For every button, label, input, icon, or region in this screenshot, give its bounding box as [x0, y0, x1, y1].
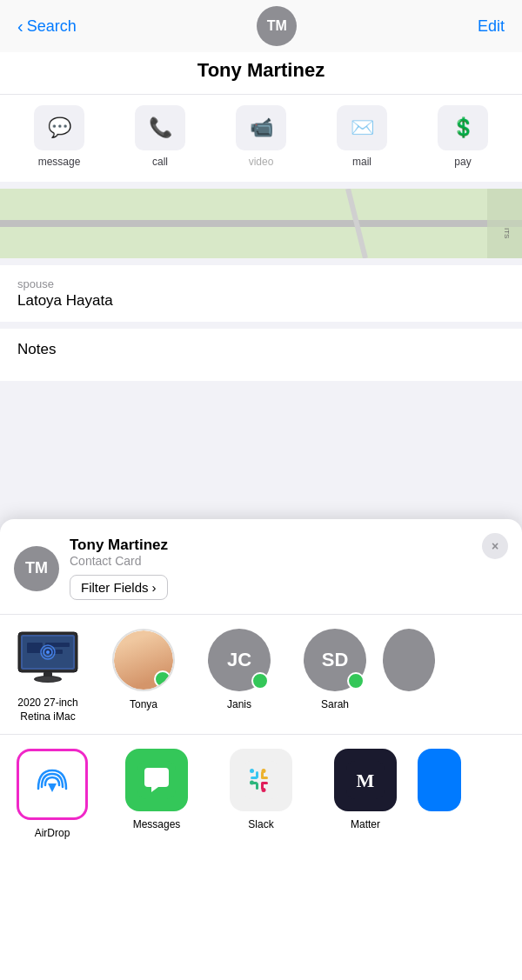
back-button[interactable]: ‹ Search	[17, 17, 77, 37]
close-button[interactable]: ×	[482, 533, 508, 559]
svg-point-33	[262, 769, 266, 773]
message-label: message	[38, 156, 81, 168]
mail-icon: ✉️	[337, 105, 387, 150]
airdrop-app-icon	[21, 753, 84, 816]
sarah-avatar: SD	[304, 629, 366, 691]
contact-name: Tony Martinez	[197, 59, 325, 81]
pay-button[interactable]: 💲 pay	[424, 105, 502, 168]
matter-app-label: Matter	[351, 818, 380, 830]
svg-point-18	[159, 676, 166, 683]
next-app-icon	[418, 749, 461, 811]
action-buttons-row: 💬 message 📞 call 📹 video ✉️ mail 💲 pay	[0, 94, 522, 182]
svg-rect-28	[261, 777, 268, 779]
message-icon: 💬	[34, 105, 84, 150]
tonya-online-badge	[154, 670, 171, 688]
share-contact-avatar: TM	[14, 546, 59, 591]
edit-button[interactable]: Edit	[478, 17, 505, 36]
share-matter-button[interactable]: M Matter	[313, 749, 418, 839]
spouse-section: spouse Latoya Hayata	[0, 265, 522, 322]
share-messages-button[interactable]: Messages	[104, 749, 209, 839]
app-share-row: AirDrop Messages	[0, 735, 522, 857]
contact-avatar-nav: TM	[257, 6, 297, 46]
svg-point-20	[352, 677, 359, 684]
filter-fields-chevron-icon: ›	[152, 580, 157, 595]
mail-button[interactable]: ✉️ mail	[323, 105, 401, 168]
call-label: call	[152, 156, 168, 168]
tonya-avatar	[112, 629, 175, 691]
janis-label: Janis	[227, 698, 251, 712]
contact-name-section: Tony Martinez	[0, 52, 522, 94]
back-chevron-icon: ‹	[17, 17, 23, 37]
svg-rect-30	[256, 783, 258, 790]
pay-icon: 💲	[438, 105, 488, 150]
share-contact-name: Tony Martinez	[70, 537, 508, 554]
svg-rect-26	[256, 771, 258, 778]
janis-avatar: JC	[208, 629, 271, 691]
call-icon: 📞	[135, 105, 185, 150]
notes-label: Notes	[17, 341, 505, 358]
tonya-label: Tonya	[130, 698, 157, 712]
airdrop-highlight-border	[17, 749, 88, 820]
airdrop-contacts-row: 2020 27-inchRetina iMac Tonya JC Janis	[0, 615, 522, 735]
message-button[interactable]: 💬 message	[20, 105, 98, 168]
svg-point-17	[36, 677, 60, 682]
slack-app-label: Slack	[248, 818, 273, 830]
svg-point-32	[250, 769, 254, 773]
sarah-online-badge	[347, 672, 365, 690]
spouse-value: Latoya Hayata	[17, 292, 505, 310]
spouse-label: spouse	[17, 277, 505, 290]
svg-text:ITS: ITS	[503, 228, 511, 238]
share-next-app-button[interactable]	[418, 749, 461, 839]
partial-avatar	[383, 629, 435, 691]
svg-point-19	[257, 677, 264, 684]
airdrop-device-imac[interactable]: 2020 27-inchRetina iMac	[0, 629, 96, 723]
share-contact-info: Tony Martinez Contact Card Filter Fields…	[70, 537, 508, 600]
svg-rect-23	[242, 761, 280, 799]
notes-section: Notes	[0, 329, 522, 381]
video-button[interactable]: 📹 video	[222, 105, 300, 168]
svg-rect-3	[487, 189, 522, 258]
svg-text:M: M	[357, 770, 375, 791]
video-label: video	[249, 156, 274, 168]
call-button[interactable]: 📞 call	[121, 105, 199, 168]
share-sheet: TM Tony Martinez Contact Card Filter Fie…	[0, 519, 522, 980]
messages-app-label: Messages	[133, 818, 181, 830]
video-icon: 📹	[236, 105, 286, 150]
svg-point-35	[262, 788, 266, 792]
imac-label: 2020 27-inchRetina iMac	[17, 697, 77, 723]
janis-online-badge	[251, 672, 269, 690]
svg-point-14	[46, 650, 50, 654]
share-contact-subtitle: Contact Card	[70, 554, 508, 568]
messages-app-icon	[125, 749, 188, 811]
sarah-label: Sarah	[321, 698, 349, 712]
pay-label: pay	[454, 156, 471, 168]
share-airdrop-button[interactable]: AirDrop	[0, 749, 104, 839]
slack-app-icon	[230, 749, 292, 811]
airdrop-contact-sarah[interactable]: SD Sarah	[287, 629, 383, 723]
filter-fields-button[interactable]: Filter Fields ›	[70, 575, 168, 600]
share-slack-button[interactable]: Slack	[209, 749, 313, 839]
share-header: TM Tony Martinez Contact Card Filter Fie…	[0, 519, 522, 615]
airdrop-app-label: AirDrop	[35, 827, 70, 839]
mail-label: mail	[352, 156, 371, 168]
airdrop-contact-partial[interactable]	[383, 629, 435, 723]
back-label: Search	[27, 17, 77, 36]
map-section[interactable]: ITS	[0, 189, 522, 258]
matter-app-icon: M	[334, 749, 397, 811]
airdrop-contact-tonya[interactable]: Tonya	[96, 629, 191, 723]
imac-icon	[13, 629, 83, 690]
airdrop-contact-janis[interactable]: JC Janis	[191, 629, 287, 723]
svg-point-34	[250, 781, 254, 785]
navigation-bar: ‹ Search TM Edit	[0, 0, 522, 52]
